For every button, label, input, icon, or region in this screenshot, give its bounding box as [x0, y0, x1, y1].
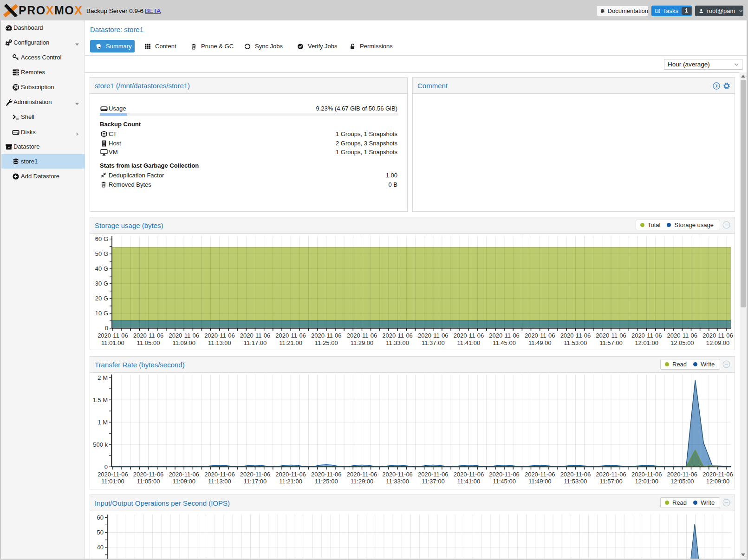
svg-text:11:21:00: 11:21:00	[279, 339, 302, 346]
svg-text:11:33:00: 11:33:00	[386, 478, 409, 485]
svg-text:12:01:00: 12:01:00	[635, 478, 658, 485]
svg-text:2020-11-06: 2020-11-06	[560, 471, 591, 478]
svg-text:2020-11-06: 2020-11-06	[275, 471, 306, 478]
svg-text:12:09:00: 12:09:00	[706, 339, 730, 346]
svg-text:50: 50	[97, 529, 104, 536]
svg-text:11:01:00: 11:01:00	[101, 339, 124, 346]
svg-text:11:49:00: 11:49:00	[528, 478, 552, 485]
svg-text:2020-11-06: 2020-11-06	[311, 471, 342, 478]
svg-text:2020-11-06: 2020-11-06	[596, 471, 626, 478]
svg-text:2020-11-06: 2020-11-06	[454, 332, 484, 339]
svg-text:11:21:00: 11:21:00	[279, 478, 302, 485]
svg-text:12:01:00: 12:01:00	[635, 339, 658, 346]
svg-text:2020-11-06: 2020-11-06	[454, 471, 484, 478]
svg-text:11:37:00: 11:37:00	[422, 339, 445, 346]
svg-text:11:25:00: 11:25:00	[315, 478, 338, 485]
svg-text:50 G: 50 G	[95, 250, 108, 257]
svg-text:11:57:00: 11:57:00	[599, 339, 623, 346]
svg-text:2020-11-06: 2020-11-06	[702, 332, 733, 339]
svg-text:11:13:00: 11:13:00	[208, 339, 231, 346]
svg-text:2020-11-06: 2020-11-06	[98, 332, 128, 339]
svg-text:2020-11-06: 2020-11-06	[347, 332, 377, 339]
svg-text:2020-11-06: 2020-11-06	[240, 471, 271, 478]
svg-text:11:05:00: 11:05:00	[137, 478, 160, 485]
svg-text:2020-11-06: 2020-11-06	[596, 332, 626, 339]
svg-text:11:05:00: 11:05:00	[137, 339, 160, 346]
svg-text:0: 0	[105, 325, 108, 332]
svg-text:2020-11-06: 2020-11-06	[702, 471, 733, 478]
svg-text:11:17:00: 11:17:00	[244, 478, 267, 485]
svg-text:2 M: 2 M	[98, 374, 108, 381]
svg-text:2020-11-06: 2020-11-06	[667, 471, 698, 478]
svg-text:2020-11-06: 2020-11-06	[133, 471, 164, 478]
svg-text:2020-11-06: 2020-11-06	[631, 332, 662, 339]
svg-text:11:29:00: 11:29:00	[351, 339, 374, 346]
svg-text:1 M: 1 M	[98, 419, 108, 426]
svg-text:10 G: 10 G	[95, 310, 108, 317]
svg-text:60 G: 60 G	[95, 235, 108, 242]
svg-text:12:05:00: 12:05:00	[670, 339, 694, 346]
svg-text:2020-11-06: 2020-11-06	[98, 471, 128, 478]
svg-text:12:05:00: 12:05:00	[670, 478, 694, 485]
svg-text:2020-11-06: 2020-11-06	[347, 471, 377, 478]
svg-text:11:01:00: 11:01:00	[101, 478, 124, 485]
svg-text:2020-11-06: 2020-11-06	[204, 471, 235, 478]
svg-text:11:41:00: 11:41:00	[457, 339, 481, 346]
svg-text:2020-11-06: 2020-11-06	[418, 471, 449, 478]
svg-text:2020-11-06: 2020-11-06	[489, 471, 520, 478]
svg-text:40: 40	[97, 544, 104, 551]
svg-text:2020-11-06: 2020-11-06	[240, 332, 271, 339]
svg-text:2020-11-06: 2020-11-06	[169, 332, 199, 339]
svg-text:2020-11-06: 2020-11-06	[525, 332, 555, 339]
svg-text:11:53:00: 11:53:00	[564, 339, 587, 346]
svg-text:12:09:00: 12:09:00	[706, 478, 730, 485]
svg-text:40 G: 40 G	[95, 265, 108, 272]
svg-text:30 G: 30 G	[95, 280, 108, 287]
svg-text:11:45:00: 11:45:00	[493, 339, 516, 346]
svg-text:11:13:00: 11:13:00	[208, 478, 231, 485]
svg-text:11:09:00: 11:09:00	[172, 478, 195, 485]
svg-text:0: 0	[104, 463, 108, 470]
svg-text:11:45:00: 11:45:00	[493, 478, 516, 485]
svg-text:2020-11-06: 2020-11-06	[489, 332, 520, 339]
svg-text:11:37:00: 11:37:00	[422, 478, 445, 485]
svg-text:11:09:00: 11:09:00	[172, 339, 195, 346]
svg-text:2020-11-06: 2020-11-06	[631, 471, 662, 478]
svg-text:11:33:00: 11:33:00	[386, 339, 409, 346]
svg-text:2020-11-06: 2020-11-06	[382, 471, 413, 478]
svg-text:2020-11-06: 2020-11-06	[418, 332, 449, 339]
svg-text:2020-11-06: 2020-11-06	[311, 332, 342, 339]
svg-text:2020-11-06: 2020-11-06	[382, 332, 413, 339]
svg-text:2020-11-06: 2020-11-06	[204, 332, 235, 339]
svg-text:2020-11-06: 2020-11-06	[133, 332, 164, 339]
svg-text:60: 60	[97, 514, 104, 521]
svg-text:2020-11-06: 2020-11-06	[525, 471, 555, 478]
svg-text:11:17:00: 11:17:00	[244, 339, 267, 346]
svg-text:2020-11-06: 2020-11-06	[169, 471, 199, 478]
svg-text:11:57:00: 11:57:00	[599, 478, 623, 485]
svg-text:20 G: 20 G	[95, 295, 108, 302]
svg-text:500 k: 500 k	[93, 441, 108, 448]
svg-text:2020-11-06: 2020-11-06	[667, 332, 698, 339]
svg-text:2020-11-06: 2020-11-06	[560, 332, 591, 339]
svg-text:11:29:00: 11:29:00	[351, 478, 374, 485]
svg-text:1.5 M: 1.5 M	[92, 397, 108, 404]
svg-text:11:49:00: 11:49:00	[528, 339, 552, 346]
svg-text:11:53:00: 11:53:00	[564, 478, 587, 485]
svg-text:11:41:00: 11:41:00	[457, 478, 481, 485]
svg-text:2020-11-06: 2020-11-06	[275, 332, 306, 339]
svg-text:11:25:00: 11:25:00	[315, 339, 338, 346]
